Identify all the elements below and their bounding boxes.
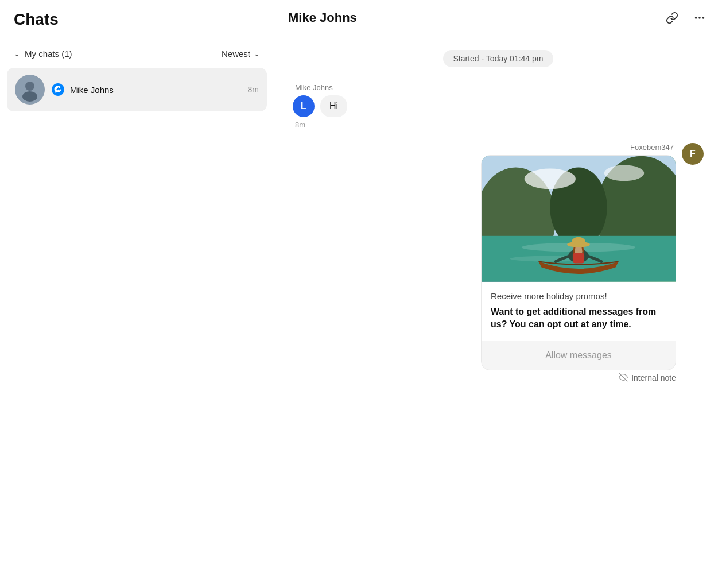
promo-body: Receive more holiday promos! Want to get… (482, 282, 676, 341)
messenger-icon (52, 83, 64, 96)
message-group-1: Mike Johns L Hi 8m (293, 83, 704, 129)
svg-point-3 (15, 75, 45, 105)
promo-card-wrapper: F Foxebem347 (293, 143, 704, 384)
timestamp-divider: Started - Today 01:44 pm (293, 50, 704, 67)
sender-avatar: L (293, 95, 315, 117)
message-time: 8m (293, 121, 305, 129)
chevron-down-icon: ⌄ (14, 49, 20, 58)
sort-chevron-icon: ⌄ (254, 49, 260, 58)
internal-note-row: Internal note (619, 370, 676, 384)
message-row: L Hi (293, 95, 347, 117)
chat-messages: Started - Today 01:44 pm Mike Johns L Hi… (274, 36, 722, 588)
internal-note-icon (619, 373, 628, 384)
svg-rect-21 (573, 253, 584, 264)
boat-scene-svg (482, 156, 676, 282)
chat-time: 8m (248, 85, 259, 94)
more-icon (693, 11, 706, 24)
promo-action: Allow messages (482, 341, 676, 370)
promo-image (482, 156, 676, 282)
avatar-image (15, 75, 45, 105)
promo-sender-name: Foxebem347 (630, 143, 676, 152)
promo-subtitle: Receive more holiday promos! (491, 291, 666, 301)
chat-list: Mike Johns 8m (0, 65, 274, 114)
chat-avatar (15, 75, 45, 105)
svg-point-12 (525, 169, 576, 189)
svg-point-7 (702, 17, 705, 19)
svg-point-20 (572, 237, 585, 246)
eye-off-icon (619, 373, 628, 382)
right-header: Mike Johns (274, 0, 722, 36)
app-title: Chats (14, 10, 260, 29)
promo-body-text: Want to get additional messages from us?… (491, 305, 666, 331)
section-bar: ⌄ My chats (1) Newest ⌄ (0, 38, 274, 65)
link-icon (666, 11, 678, 24)
header-actions (663, 9, 708, 26)
link-button[interactable] (663, 9, 681, 26)
message-bubble: Hi (320, 95, 347, 117)
chat-info: Mike Johns 8m (52, 83, 259, 96)
svg-point-5 (695, 17, 697, 19)
internal-note-label: Internal note (631, 373, 676, 382)
message-sender: Mike Johns (293, 83, 333, 92)
chat-item[interactable]: Mike Johns 8m (7, 68, 267, 111)
left-header: Chats (0, 0, 274, 38)
svg-point-13 (604, 165, 645, 181)
chat-title: Mike Johns (288, 10, 663, 25)
right-panel: Mike Johns Started - Today 01:44 pm Mike… (274, 0, 722, 588)
sort-label: Newest (222, 49, 250, 59)
promo-sender-avatar: F (682, 143, 704, 165)
promo-avatar-label: F (690, 149, 696, 159)
card-message-content: Foxebem347 (481, 143, 676, 384)
more-button[interactable] (691, 9, 708, 26)
timestamp-text: Started - Today 01:44 pm (443, 50, 554, 67)
promo-card: Receive more holiday promos! Want to get… (481, 155, 676, 370)
sort-toggle[interactable]: Newest ⌄ (222, 49, 260, 59)
section-label: My chats (1) (25, 49, 72, 59)
svg-point-6 (698, 17, 701, 19)
message-text: Hi (329, 101, 338, 111)
avatar-label: L (301, 101, 306, 111)
left-panel: Chats ⌄ My chats (1) Newest ⌄ (0, 0, 274, 588)
allow-messages-button[interactable]: Allow messages (491, 350, 666, 361)
chat-name: Mike Johns (70, 85, 114, 95)
section-toggle[interactable]: ⌄ My chats (1) (14, 49, 72, 59)
